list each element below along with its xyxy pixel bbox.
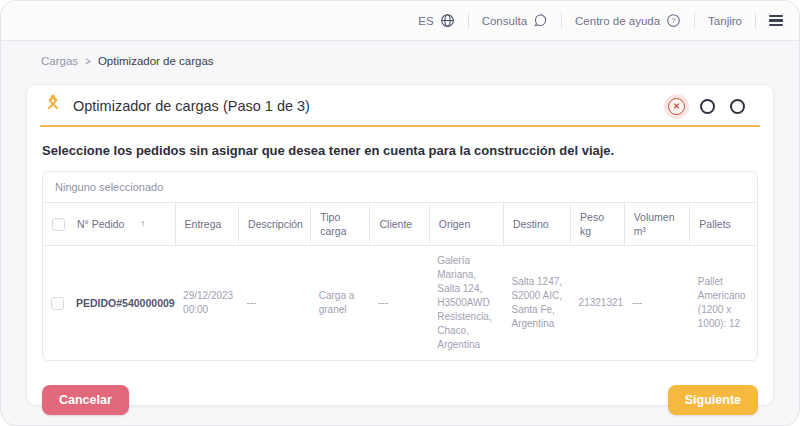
column-header-tipo-carga: Tipo carga [311, 203, 370, 246]
column-header-peso: Peso kg [571, 203, 625, 246]
table-row[interactable]: PEDIDO#540000009 29/12/2023 00:00 --- Ca… [43, 246, 757, 361]
column-header-descripcion: Descripción [239, 203, 311, 246]
chat-icon [533, 13, 548, 28]
cell-cliente: --- [370, 246, 429, 361]
column-header-origen: Origen [429, 203, 503, 246]
cancel-button[interactable]: Cancelar [42, 385, 129, 415]
cell-volumen: --- [624, 246, 690, 361]
step-3-circle [730, 99, 745, 114]
language-selector[interactable]: ES [405, 13, 467, 28]
step-indicator: ✕ [668, 98, 745, 115]
menu-icon[interactable] [756, 15, 783, 27]
table-header-row: N° Pedido ↑ Entrega Descripción Tipo car… [43, 203, 757, 246]
instruction-text: Seleccione los pedidos sin asignar que d… [42, 143, 758, 158]
cell-origen: Galería Mariana, Salta 124, H3500AWD Res… [429, 246, 503, 361]
pedido-id: PEDIDO#540000009 [76, 296, 175, 311]
row-checkbox[interactable] [51, 297, 64, 310]
cell-descripcion: --- [239, 246, 311, 361]
breadcrumb-separator-icon: > [85, 56, 91, 67]
column-header-volumen: Volumen m³ [624, 203, 690, 246]
column-header-pallets: Pallets [690, 203, 757, 246]
next-button[interactable]: Siguiente [668, 385, 758, 415]
help-center-label: Centro de ayuda [575, 15, 660, 27]
page-title: Optimizador de cargas (Paso 1 de 3) [73, 98, 310, 114]
close-icon[interactable]: ✕ [668, 98, 685, 115]
cell-peso: 21321321 [571, 246, 625, 361]
breadcrumb-current: Optimizador de cargas [98, 55, 214, 67]
consulta-button[interactable]: Consulta [469, 13, 561, 28]
column-header-cliente: Cliente [370, 203, 429, 246]
card-actions: Cancelar Siguiente [27, 385, 773, 415]
cell-destino: Salta 1247, S2000 AIC, Santa Fe, Argenti… [503, 246, 570, 361]
column-header-destino: Destino [503, 203, 570, 246]
language-label: ES [418, 15, 433, 27]
column-header-pedido[interactable]: N° Pedido [77, 217, 124, 231]
sort-asc-icon[interactable]: ↑ [140, 217, 145, 231]
username-label: Tanjiro [708, 15, 742, 27]
optimizer-card: Optimizador de cargas (Paso 1 de 3) ✕ Se… [26, 84, 774, 406]
orders-table: Ninguno seleccionado N° Pedido ↑ [42, 171, 758, 361]
step-2-circle [700, 99, 715, 114]
question-circle-icon: ? [666, 13, 681, 28]
selection-status: Ninguno seleccionado [43, 172, 757, 202]
user-menu[interactable]: Tanjiro [695, 15, 755, 27]
card-header: Optimizador de cargas (Paso 1 de 3) ✕ [27, 85, 773, 125]
consulta-label: Consulta [482, 15, 527, 27]
select-all-checkbox[interactable] [52, 218, 65, 231]
topbar: ES Consulta Centro de ayuda [1, 1, 799, 41]
tools-icon [43, 94, 63, 118]
cell-pallets: Pallet Americano (1200 x 1000): 12 [690, 246, 757, 361]
cell-entrega: 29/12/2023 00:00 [175, 246, 239, 361]
globe-icon [440, 13, 455, 28]
breadcrumb-cargas[interactable]: Cargas [41, 55, 78, 67]
help-center-button[interactable]: Centro de ayuda ? [562, 13, 694, 28]
app-window: ES Consulta Centro de ayuda [0, 0, 800, 426]
breadcrumb: Cargas > Optimizador de cargas [1, 41, 799, 67]
accent-underline [40, 125, 760, 127]
svg-text:?: ? [671, 16, 676, 25]
column-header-entrega: Entrega [175, 203, 239, 246]
cell-tipo-carga: Carga a granel [311, 246, 370, 361]
